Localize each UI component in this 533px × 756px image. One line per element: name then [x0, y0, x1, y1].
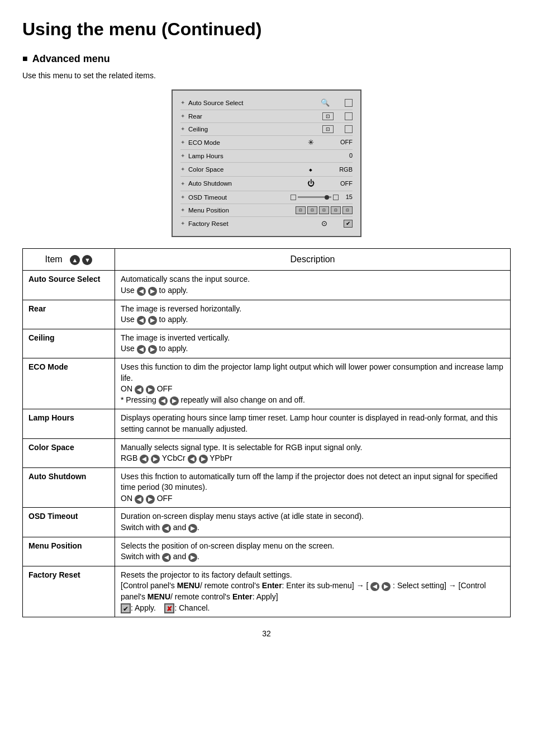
- apply-icon: ✔: [121, 603, 131, 613]
- osd-star: ✦: [180, 206, 185, 214]
- nav-up-icon: ▲: [70, 255, 80, 265]
- left-arrow-icon: ◀: [135, 495, 144, 504]
- osd-slider: [264, 195, 339, 200]
- table-row: Ceiling The image is inverted vertically…: [23, 329, 511, 358]
- osd-row-timeout: ✦ OSD Timeout 15: [180, 191, 353, 204]
- osd-label: Ceiling: [188, 125, 322, 134]
- item-ceiling: Ceiling: [23, 329, 115, 358]
- table-row: Auto Shutdown Uses this fnction to autom…: [23, 467, 511, 508]
- osd-star: ✦: [180, 193, 185, 201]
- item-auto-source-select: Auto Source Select: [23, 271, 115, 300]
- osd-icon-search: 🔍: [317, 98, 334, 108]
- right-arrow-icon: ▶: [148, 345, 157, 354]
- right-arrow-icon: ▶: [199, 455, 208, 464]
- osd-checkbox: [345, 99, 353, 107]
- osd-star: ✦: [180, 112, 185, 120]
- table-row: Menu Position Selects the position of on…: [23, 537, 511, 566]
- desc-factory-reset: Resets the projector to its factory defa…: [115, 566, 511, 617]
- osd-row-auto-source: ✦ Auto Source Select 🔍: [180, 96, 353, 110]
- item-color-space: Color Space: [23, 438, 115, 467]
- osd-screenshot: ✦ Auto Source Select 🔍 ✦ Rear ⊡ ✦ Ceilin…: [22, 89, 511, 237]
- osd-label: ECO Mode: [188, 138, 302, 147]
- left-arrow-icon: ◀: [137, 287, 146, 296]
- desc-auto-source-select: Automatically scans the input source. Us…: [115, 271, 511, 300]
- osd-star: ✦: [180, 139, 185, 147]
- osd-star: ✦: [180, 125, 185, 133]
- osd-icon-ceiling: ⊡: [322, 125, 334, 133]
- osd-menu-btn: ⊡: [319, 206, 329, 214]
- description-table: Item ▲ ▼ Description Auto Source Select …: [22, 248, 511, 617]
- osd-label: OSD Timeout: [188, 193, 264, 202]
- table-row: Factory Reset Resets the projector to it…: [23, 566, 511, 617]
- table-row: Color Space Manually selects signal type…: [23, 438, 511, 467]
- osd-menu-btn: ⊡: [331, 206, 341, 214]
- right-arrow-icon: ▶: [170, 396, 179, 405]
- osd-label: Auto Shutdown: [188, 179, 302, 188]
- desc-auto-shutdown: Uses this fnction to automatically turn …: [115, 467, 511, 508]
- osd-label: Rear: [188, 112, 322, 121]
- osd-icon-colorspace: ⬥: [302, 164, 319, 174]
- osd-value: RGB: [330, 166, 353, 174]
- osd-row-rear: ✦ Rear ⊡: [180, 110, 353, 123]
- desc-ceiling: The image is inverted vertically. Use ◀ …: [115, 329, 511, 358]
- osd-menu-box: ✦ Auto Source Select 🔍 ✦ Rear ⊡ ✦ Ceilin…: [172, 89, 361, 237]
- osd-star: ✦: [180, 166, 185, 173]
- left-arrow-icon: ◀: [162, 524, 171, 533]
- right-arrow-icon: ▶: [146, 495, 155, 504]
- osd-icon-eco: ✳: [302, 138, 319, 148]
- item-menu-position: Menu Position: [23, 537, 115, 566]
- osd-value: OFF: [330, 179, 353, 188]
- osd-value: OFF: [330, 138, 353, 147]
- osd-value: 15: [339, 193, 353, 201]
- osd-slider-track: [298, 196, 331, 198]
- desc-color-space: Manually selects signal type. It is sele…: [115, 438, 511, 467]
- item-osd-timeout: OSD Timeout: [23, 508, 115, 537]
- left-arrow-icon: ◀: [140, 455, 149, 464]
- page-number: 32: [22, 629, 511, 640]
- table-row: ECO Mode Uses this function to dim the p…: [23, 358, 511, 409]
- right-arrow-icon: ▶: [148, 287, 157, 296]
- osd-label: Auto Source Select: [188, 98, 317, 107]
- osd-slider-thumb: [325, 195, 329, 200]
- osd-row-eco: ✦ ECO Mode ✳ OFF: [180, 136, 353, 150]
- section-title: Advanced menu: [22, 52, 511, 66]
- osd-row-factoryreset: ✦ Factory Reset ⊙ ✔: [180, 217, 353, 230]
- osd-star: ✦: [180, 220, 185, 228]
- osd-star: ✦: [180, 99, 185, 107]
- osd-label: Factory Reset: [188, 219, 316, 228]
- right-arrow-icon: ▶: [148, 316, 157, 325]
- osd-icon-reset: ⊙: [316, 219, 332, 229]
- osd-icon-rear: ⊡: [322, 112, 334, 120]
- desc-lamp-hours: Displays operating hours since lamp time…: [115, 409, 511, 438]
- right-arrow-icon: ▶: [188, 524, 197, 533]
- table-row: Auto Source Select Automatically scans t…: [23, 271, 511, 300]
- left-arrow-icon: ◀: [162, 553, 171, 562]
- right-arrow-icon: ▶: [188, 553, 197, 562]
- osd-label: Lamp Hours: [188, 152, 302, 160]
- item-lamp-hours: Lamp Hours: [23, 409, 115, 438]
- osd-label: Menu Position: [188, 206, 270, 215]
- desc-menu-position: Selects the position of on-screen displa…: [115, 537, 511, 566]
- left-arrow-icon: ◀: [137, 316, 146, 325]
- desc-eco-mode: Uses this function to dim the projector …: [115, 358, 511, 409]
- osd-row-ceiling: ✦ Ceiling ⊡: [180, 123, 353, 136]
- table-header-row: Item ▲ ▼ Description: [23, 248, 511, 270]
- right-arrow-icon: ▶: [382, 582, 391, 591]
- osd-row-menupos: ✦ Menu Position ⊡ ⊡ ⊡ ⊡ ⊡: [180, 204, 353, 217]
- desc-osd-timeout: Duration on-screen display menu stays ac…: [115, 508, 511, 537]
- header-description: Description: [115, 248, 511, 270]
- osd-value: 0: [330, 152, 353, 160]
- osd-checkbox: [345, 112, 353, 120]
- left-arrow-icon: ◀: [135, 385, 144, 394]
- left-arrow-icon: ◀: [370, 582, 379, 591]
- osd-checkbox: [345, 125, 353, 133]
- osd-row-colorspace: ✦ Color Space ⬥ RGB: [180, 163, 353, 177]
- table-row: OSD Timeout Duration on-screen display m…: [23, 508, 511, 537]
- desc-rear: The image is reversed horizontally. Use …: [115, 300, 511, 329]
- item-auto-shutdown: Auto Shutdown: [23, 467, 115, 508]
- osd-menu-position-icons: ⊡ ⊡ ⊡ ⊡ ⊡: [270, 206, 353, 214]
- item-factory-reset: Factory Reset: [23, 566, 115, 617]
- cancel-icon: ✘: [164, 603, 174, 613]
- left-arrow-icon: ◀: [159, 396, 168, 405]
- page-title: Using the menu (Continued): [22, 17, 511, 42]
